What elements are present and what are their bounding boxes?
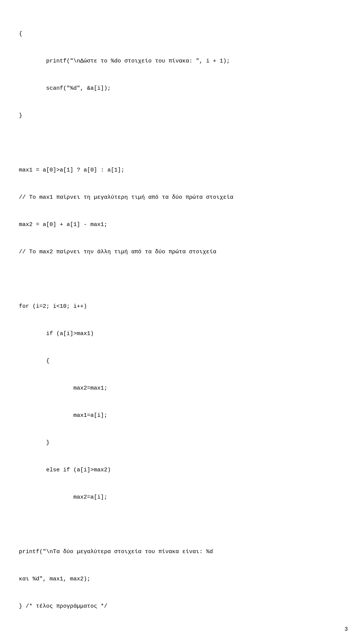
code-line: // Το max2 παίρνει την άλλη τιμή από τα …	[19, 248, 348, 257]
code-line: max1=a[i];	[19, 411, 348, 420]
code-line: printf("\nΤα δύο μεγαλύτερα στοιχεία του…	[19, 547, 348, 557]
code-line: {	[19, 357, 348, 366]
code-line: scanf("%d", &a[i]);	[19, 84, 348, 93]
page-number: 3	[344, 626, 348, 633]
code-line: for (i=2; i<10; i++)	[19, 302, 348, 311]
code-line: } /* τέλος προγράμματος */	[19, 602, 348, 611]
code-line: }	[19, 111, 348, 120]
code-line: // Το max1 παίρνει τη μεγαλύτερη τιμή απ…	[19, 193, 348, 202]
code-line: else if (a[i]>max2)	[19, 466, 348, 475]
code-line: {	[19, 30, 348, 39]
code-line	[19, 275, 348, 284]
code-line: max2 = a[0] + a[1] - max1;	[19, 220, 348, 229]
code-line	[19, 520, 348, 529]
code-line: και %d", max1, max2);	[19, 575, 348, 584]
code-line: max1 = a[0]>a[1] ? a[0] : a[1];	[19, 166, 348, 175]
code-line	[19, 139, 348, 148]
code-line: if (a[i]>max1)	[19, 329, 348, 338]
code-line: max2=a[i];	[19, 493, 348, 502]
code-line: max2=max1;	[19, 384, 348, 393]
code-container: { printf("\nΔώστε το %do στοιχείο του πί…	[0, 0, 363, 635]
code-line: printf("\nΔώστε το %do στοιχείο του πίνα…	[19, 57, 348, 66]
code-line: }	[19, 438, 348, 448]
